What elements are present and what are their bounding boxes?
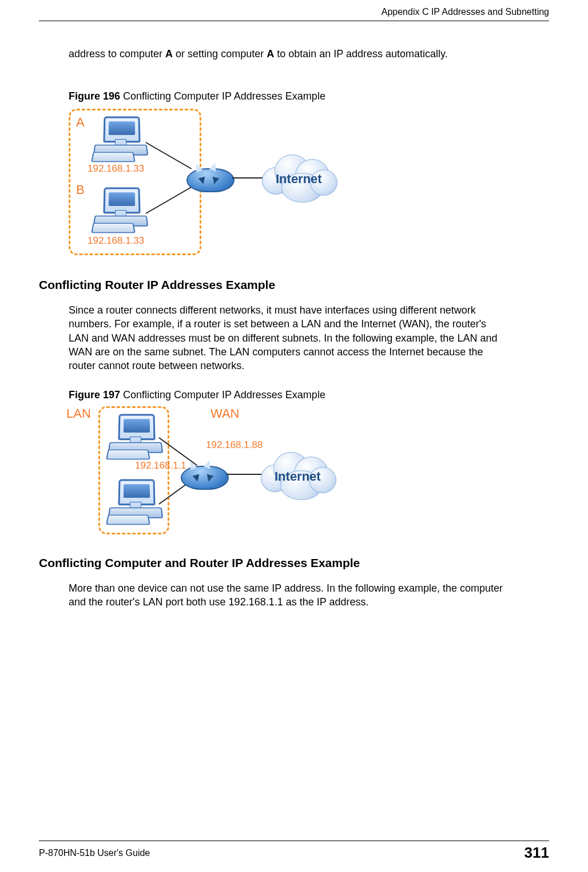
lan-label: LAN <box>66 406 91 421</box>
text: address to computer <box>69 48 165 60</box>
wan-label: WAN <box>210 406 240 421</box>
router-icon <box>186 160 232 195</box>
internet-label: Internet <box>275 469 321 484</box>
text: or setting computer <box>173 48 267 60</box>
lan-group-box: A 192.168.1.33 B 192.168.1.33 <box>69 109 201 255</box>
computer-b-label: B <box>76 183 85 197</box>
router-lan-ip: 192.168.1.1 <box>135 460 186 471</box>
router-icon <box>181 458 227 492</box>
figure-196: A 192.168.1.33 B 192.168.1.33 <box>69 105 332 255</box>
paragraph-intro: address to computer A or setting compute… <box>69 47 508 61</box>
figure-number: Figure 196 <box>69 90 120 102</box>
text-bold: A <box>165 48 173 60</box>
computer-b-ip: 192.168.1.33 <box>88 235 144 247</box>
text-bold: A <box>267 48 274 60</box>
internet-cloud-icon: Internet <box>257 447 337 505</box>
figure-caption-text: Conflicting Computer IP Addresses Exampl… <box>120 90 325 102</box>
figure-197-caption: Figure 197 Conflicting Computer IP Addre… <box>69 389 325 401</box>
figure-197: LAN WAN 192.168.1.1 192.168.1.88 <box>69 403 337 536</box>
internet-cloud-icon: Internet <box>259 150 339 207</box>
lan-computer-2-icon <box>107 479 164 524</box>
computer-a-label: A <box>76 115 85 130</box>
figure-caption-text: Conflicting Computer IP Addresses Exampl… <box>120 389 325 401</box>
router-wan-ip: 192.168.1.88 <box>206 439 263 451</box>
internet-label: Internet <box>276 172 322 187</box>
figure-196-caption: Figure 196 Conflicting Computer IP Addre… <box>69 90 325 102</box>
paragraph-router: Since a router connects different networ… <box>69 303 508 372</box>
page-number: 311 <box>525 844 549 862</box>
figure-number: Figure 197 <box>69 389 120 401</box>
computer-a-icon <box>92 116 149 161</box>
footer-guide-name: P-870HN-51b User's Guide <box>39 848 150 858</box>
lan-computer-1-icon <box>107 414 164 458</box>
text: to obtain an IP address automatically. <box>274 48 448 60</box>
paragraph-computer-router: More than one device can not use the sam… <box>69 581 508 609</box>
computer-a-ip: 192.168.1.33 <box>88 163 144 175</box>
heading-conflicting-router: Conflicting Router IP Addresses Example <box>39 278 275 292</box>
header-title: Appendix C IP Addresses and Subnetting <box>382 7 549 17</box>
heading-conflicting-computer-router: Conflicting Computer and Router IP Addre… <box>39 556 360 570</box>
computer-b-icon <box>92 187 149 232</box>
